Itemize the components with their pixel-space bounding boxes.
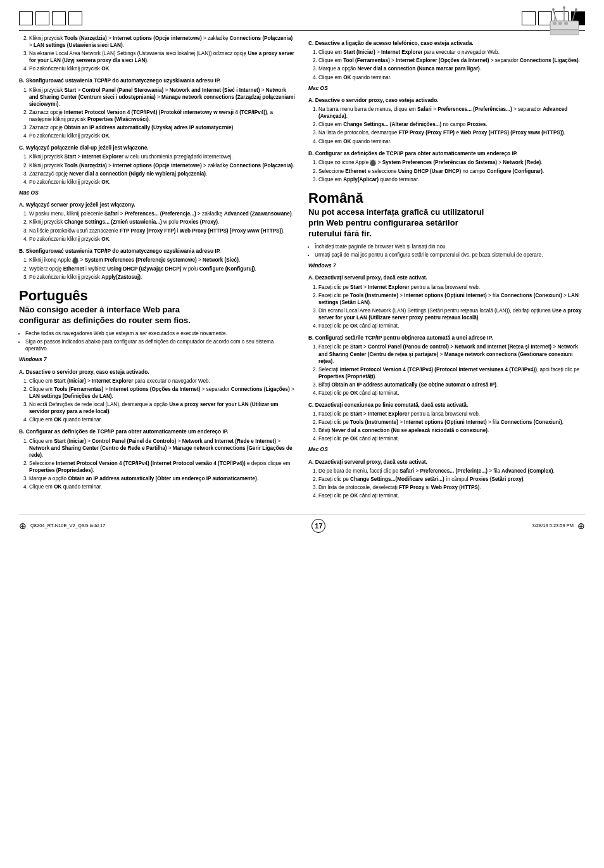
svg-point-8: [563, 6, 565, 9]
left-column: Kliknij przycisk Tools (Narzędzia) > Int…: [19, 35, 296, 502]
right-column: C. Desactive a ligação de acesso telefón…: [308, 35, 585, 502]
section-c-title: C. Wyłączyć połączenie dial-up jeżeli je…: [19, 144, 296, 151]
bottom-bar: ⊕ Q8204_RT-N10E_V2_QSG.indd 17 17 3/28/1…: [19, 514, 585, 533]
pt-bullet-1: Feche todas os navegadores Web que estej…: [25, 330, 296, 337]
c-item-1: Kliknij przycisk Start > Internet Explor…: [29, 153, 296, 160]
bottom-date: 3/28/13 5:23:59 PM: [532, 523, 574, 529]
pt-b-1: Clique em Start (Iniciar) > Control Pane…: [29, 438, 296, 459]
svg-rect-2: [558, 22, 562, 25]
square-4: [68, 11, 82, 25]
pt-section-a: A. Desactive o servidor proxy, caso este…: [19, 369, 296, 424]
ro-c-2: Faceți clic pe Tools (Instrumente) > Int…: [318, 419, 585, 426]
pt-c-list: Clique em Start (Iniciar) > Internet Exp…: [318, 49, 585, 80]
ro-bullet-2: Urmați pașii de mai jos pentru a configu…: [315, 252, 585, 258]
pt-c-2: Clique em Tool (Ferramentas) > Internet …: [318, 57, 585, 64]
ro-a-1: Faceți clic pe Start > Internet Explorer…: [318, 284, 585, 291]
c-item-2: Kliknij przycisk Tools (Narzędzia) > Int…: [29, 162, 296, 169]
ro-c-4: Faceți clic pe OK când ați terminat.: [318, 435, 585, 442]
ro-a-3: Din ecranul Local Area Network (LAN) Set…: [318, 307, 585, 321]
b-item-2: Zaznacz opcję Internet Protocol Version …: [29, 109, 296, 123]
macos-label-left: Mac OS: [19, 189, 296, 196]
main-content: Kliknij przycisk Tools (Narzędzia) > Int…: [19, 35, 585, 502]
portugues-subheader: Não consigo aceder à interface Web parac…: [19, 305, 296, 326]
c-item-4: Po zakończeniu kliknij przycisk OK.: [29, 179, 296, 186]
list-item-4: Po zakończeniu kliknij przycisk OK.: [29, 65, 296, 72]
portugues-section: Português Não consigo aceder à interface…: [19, 288, 296, 352]
section-b-list: Kliknij przycisk Start > Control Panel (…: [29, 87, 296, 139]
ro-section-a: A. Dezactivați serverul proxy, dacă este…: [308, 274, 585, 329]
b-item-4: Po zakończeniu kliknij przycisk OK.: [29, 132, 296, 139]
svg-point-7: [552, 8, 555, 11]
mac-b-1: Kliknij ikonę Apple > System Preferences…: [29, 257, 296, 264]
pt-mac-a-3: Na lista de protocolos, desmarque FTP Pr…: [318, 129, 585, 136]
apple-icon-right: [370, 159, 376, 167]
pt-c-4: Clique em OK quando terminar.: [318, 74, 585, 81]
ro-mac-a-title: A. Dezactivați serverul proxy, dacă este…: [308, 459, 585, 466]
ro-mac-a-2: Faceți clic pe Change Settings...(Modifi…: [318, 476, 585, 483]
ro-mac-a-3: Din lista de protocoale, deselectați FTP…: [318, 484, 585, 491]
page: Kliknij przycisk Tools (Narzędzia) > Int…: [0, 0, 604, 868]
ro-c-list: Faceți clic pe Start > Internet Explorer…: [318, 411, 585, 442]
mac-b-3: Po zakończeniu kliknij przycisk Apply(Za…: [29, 274, 296, 281]
mac-b-list: Kliknij ikonę Apple > System Preferences…: [29, 257, 296, 281]
page-number: 17: [311, 519, 325, 533]
pt-a-4: Clique em OK quando terminar.: [29, 416, 296, 423]
pt-b-title: B. Configurar as definições de TCP/IP pa…: [19, 428, 296, 435]
bottom-right-symbols: 3/28/13 5:23:59 PM ⊕: [532, 520, 585, 532]
pt-mac-b: B. Configurar as definições de TCP/IP pa…: [308, 150, 585, 183]
square-2: [35, 11, 49, 25]
mac-section-b: B. Skonfigurować ustawienia TCP/IP do au…: [19, 248, 296, 281]
pt-mac-b-2: Seleccione Ethernet e seleccione Using D…: [318, 168, 585, 175]
ro-a-list: Faceți clic pe Start > Internet Explorer…: [318, 284, 585, 329]
list-item-3: Na ekranie Local Area Network (LAN) Sett…: [29, 50, 296, 64]
pt-mac-a-list: Na barra menu barra de menus, clique em …: [318, 106, 585, 144]
pt-b-4: Clique em OK quando terminar.: [29, 483, 296, 490]
pt-mac-a-2: Clique em Change Settings... (Alterar de…: [318, 121, 585, 128]
top-squares-left: [19, 11, 82, 25]
ro-section-b: B. Configurați setările TCP/IP pentru ob…: [308, 335, 585, 397]
apple-icon-left: [72, 257, 79, 264]
ro-b-title: B. Configurați setările TCP/IP pentru ob…: [308, 335, 585, 341]
ro-b-1: Faceți clic pe Start > Control Panel (Pa…: [318, 343, 585, 364]
mac-a-2: Kliknij przycisk Change Settings... (Zmi…: [29, 219, 296, 226]
svg-rect-10: [550, 30, 579, 35]
top-bar: [19, 11, 585, 25]
pt-b-list: Clique em Start (Iniciar) > Control Pane…: [29, 438, 296, 490]
square-3: [52, 11, 66, 25]
compass-symbol-right: ⊕: [577, 520, 585, 532]
svg-point-9: [575, 8, 577, 11]
ro-a-title: A. Dezactivați serverul proxy, dacă este…: [308, 274, 585, 281]
mac-section-a: A. Wyłączyć serwer proxy jeżeli jest włą…: [19, 201, 296, 243]
pt-a-title: A. Desactive o servidor proxy, caso este…: [19, 369, 296, 376]
c-item-3: Zaznaczyć opcję Never dial a connection …: [29, 170, 296, 177]
mac-a-3: Na liście protokołów usuń zaznaczenie FT…: [29, 227, 296, 234]
romana-bullets: Închideți toate paginile de browser Web …: [315, 243, 585, 258]
pt-mac-a-4: Clique em OK quando terminar.: [318, 138, 585, 145]
portugues-bullets: Feche todas os navegadores Web que estej…: [25, 330, 296, 352]
svg-line-4: [553, 10, 557, 21]
section-c-list: Kliknij przycisk Start > Internet Explor…: [29, 153, 296, 185]
pt-a-3: No ecrã Definições de rede local (LAN), …: [29, 401, 296, 415]
romana-header: Română: [308, 191, 585, 206]
ro-c-1: Faceți clic pe Start > Internet Explorer…: [318, 411, 585, 418]
pt-mac-a: A. Desactive o servidor proxy, caso este…: [308, 97, 585, 145]
ro-mac-a-4: Faceți clic pe OK când ați terminat.: [318, 492, 585, 499]
list-item-2: Kliknij przycisk Tools (Narzędzia) > Int…: [29, 35, 296, 49]
pt-b-3: Marque a opção Obtain an IP address auto…: [29, 475, 296, 482]
mac-a-title: A. Wyłączyć serwer proxy jeżeli jest włą…: [19, 201, 296, 208]
section-b: B. Skonfigurować ustawienia TCP/IP do au…: [19, 77, 296, 139]
continuing-list: Kliknij przycisk Tools (Narzędzia) > Int…: [29, 35, 296, 72]
pt-mac-a-1: Na barra menu barra de menus, clique em …: [318, 106, 585, 120]
compass-symbol: ⊕: [19, 520, 27, 532]
ro-a-2: Faceți clic pe Tools (Instrumente) > Int…: [318, 292, 585, 306]
bottom-left-symbols: ⊕ Q8204_RT-N10E_V2_QSG.indd 17: [19, 520, 105, 532]
ro-mac-a: A. Dezactivați serverul proxy, dacă este…: [308, 459, 585, 500]
ro-b-4: Faceți clic pe OK când ați terminat.: [318, 390, 585, 397]
ro-b-list: Faceți clic pe Start > Control Panel (Pa…: [318, 343, 585, 396]
ro-bullet-1: Închideți toate paginile de browser Web …: [315, 243, 585, 250]
pt-mac-b-1: Clique no icone Apple > System Preferenc…: [318, 159, 585, 167]
pt-mac-b-3: Clique em Apply(Aplicar) quando terminar…: [318, 176, 585, 183]
pt-a-list: Clique em Start (Iniciar) > Internet Exp…: [29, 378, 296, 423]
mac-a-1: W pasku menu, kliknij polecenie Safari >…: [29, 210, 296, 217]
pt-c-1: Clique em Start (Iniciar) > Internet Exp…: [318, 49, 585, 56]
